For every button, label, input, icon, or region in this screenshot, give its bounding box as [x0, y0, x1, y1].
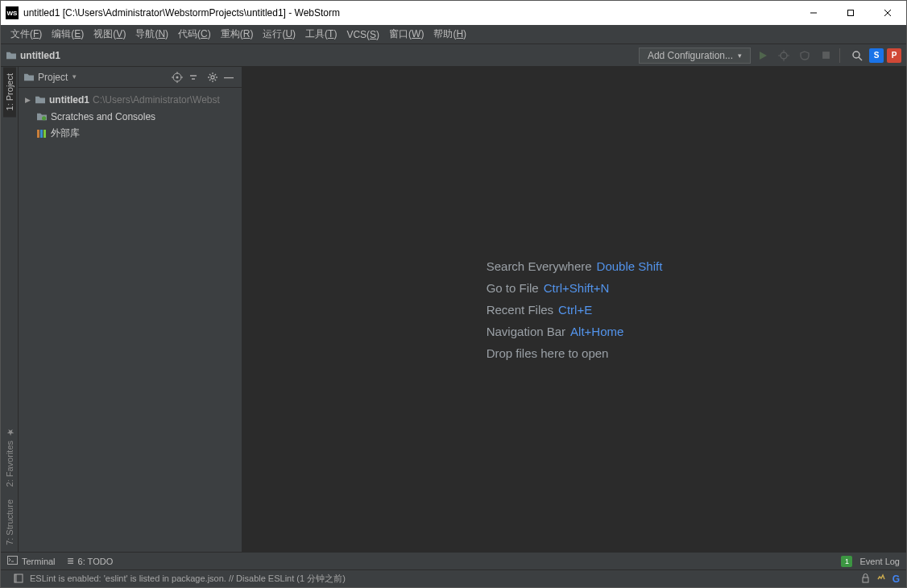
window-title: untitled1 [C:\Users\Administrator\Websto… [23, 7, 795, 19]
hint-search: Search Everywhere [487, 259, 592, 273]
svg-line-28 [209, 79, 211, 81]
stop-button[interactable] [817, 47, 835, 64]
menu-window[interactable]: 窗口(W) [384, 26, 429, 43]
svg-point-29 [42, 116, 46, 120]
menubar: 文件(F) 编辑(E) 视图(V) 导航(N) 代码(C) 重构(R) 运行(U… [1, 25, 906, 44]
tab-project[interactable]: 1: Project [3, 67, 16, 117]
svg-point-13 [176, 76, 179, 78]
notification-badge-icon: 1 [841, 556, 852, 567]
app-window: WS untitled1 [C:\Users\Administrator\Web… [0, 0, 907, 588]
tab-favorites[interactable]: 2: Favorites★ [2, 420, 16, 493]
titlebar: WS untitled1 [C:\Users\Administrator\Web… [1, 1, 906, 25]
lock-icon[interactable] [861, 574, 870, 585]
scratches-icon [35, 111, 48, 122]
webstorm-logo-icon: WS [6, 6, 19, 19]
star-icon: ★ [4, 427, 14, 437]
svg-point-20 [211, 76, 214, 79]
menu-code[interactable]: 代码(C) [173, 26, 216, 43]
close-button[interactable] [869, 1, 906, 25]
svg-rect-1 [848, 10, 854, 16]
google-icon[interactable]: G [893, 574, 900, 585]
svg-rect-30 [37, 130, 39, 138]
hide-button[interactable]: — [221, 69, 237, 85]
svg-rect-31 [40, 130, 43, 138]
shortcut-navbar: Alt+Home [570, 325, 623, 338]
menu-tools[interactable]: 工具(T) [300, 26, 342, 43]
statusbar: ESLint is enabled: 'eslint' is listed in… [1, 569, 906, 587]
project-tree: ▶ untitled1 C:\Users\Administrator\Webst… [19, 88, 242, 552]
maximize-button[interactable] [832, 1, 869, 25]
navbar: untitled1 Add Configuration... ▾ S P [1, 44, 906, 67]
hint-gotofile: Go to File [487, 281, 539, 295]
svg-rect-32 [43, 130, 46, 138]
svg-line-11 [859, 57, 862, 60]
svg-rect-36 [14, 574, 17, 582]
folder-icon [6, 51, 17, 60]
inspections-icon[interactable] [876, 574, 886, 585]
sidebar-title[interactable]: Project [38, 72, 68, 83]
coverage-button[interactable] [796, 47, 814, 64]
plugin-badge-2[interactable]: P [887, 48, 901, 63]
hint-recent: Recent Files [487, 303, 553, 317]
project-sidebar: Project ▼ — ▶ untitled1 C:\Users\Adminis… [19, 67, 242, 552]
expand-icon[interactable]: ▶ [23, 96, 31, 104]
tree-root[interactable]: ▶ untitled1 C:\Users\Administrator\Webst [19, 91, 242, 108]
menu-help[interactable]: 帮助(H) [429, 26, 471, 43]
plugin-badge-1[interactable]: S [869, 48, 884, 63]
chevron-down-icon[interactable]: ▼ [71, 73, 77, 81]
menu-refactor[interactable]: 重构(R) [216, 26, 259, 43]
tree-external-libs[interactable]: 外部库 [19, 125, 242, 142]
tab-todo[interactable]: ≣ 6: TODO [67, 556, 114, 566]
svg-line-25 [209, 74, 211, 76]
add-configuration-button[interactable]: Add Configuration... ▾ [639, 48, 751, 64]
hint-navbar: Navigation Bar [487, 325, 565, 338]
tab-eventlog[interactable]: 1 Event Log [841, 556, 900, 567]
menu-vcs[interactable]: VCS(S) [342, 27, 384, 42]
menu-view[interactable]: 视图(V) [89, 26, 130, 43]
locate-button[interactable] [169, 69, 185, 85]
editor-area[interactable]: Search EverywhereDouble Shift Go to File… [242, 67, 906, 552]
project-icon [23, 72, 35, 82]
terminal-icon [7, 556, 18, 566]
svg-line-26 [215, 79, 217, 81]
shortcut-gotofile: Ctrl+Shift+N [544, 281, 610, 295]
main-body: 1: Project 2: Favorites★ 7: Structure Pr… [1, 67, 906, 552]
left-gutter: 1: Project 2: Favorites★ 7: Structure [1, 67, 19, 552]
add-configuration-label: Add Configuration... [648, 50, 733, 61]
hint-drop: Drop files here to open [487, 346, 609, 360]
search-button[interactable] [848, 47, 866, 64]
status-message[interactable]: ESLint is enabled: 'eslint' is listed in… [30, 573, 346, 585]
folder-icon [34, 94, 47, 106]
todo-icon: ≣ [67, 556, 74, 566]
window-controls [795, 1, 906, 25]
svg-point-4 [781, 52, 787, 59]
sidebar-header: Project ▼ — [19, 67, 242, 88]
shortcut-recent: Ctrl+E [558, 303, 592, 317]
tab-structure[interactable]: 7: Structure [3, 493, 16, 552]
menu-run[interactable]: 运行(U) [258, 26, 300, 43]
svg-rect-37 [863, 578, 868, 582]
svg-rect-33 [8, 557, 18, 565]
breadcrumb-project[interactable]: untitled1 [20, 50, 60, 61]
welcome-hints: Search EverywhereDouble Shift Go to File… [487, 251, 663, 368]
svg-rect-9 [822, 52, 830, 59]
libraries-icon [35, 128, 48, 139]
tab-terminal[interactable]: Terminal [7, 556, 56, 566]
chevron-down-icon: ▾ [738, 52, 742, 60]
gear-button[interactable] [205, 69, 221, 85]
menu-edit[interactable]: 编辑(E) [47, 26, 89, 43]
run-button[interactable] [754, 47, 772, 64]
menu-navigate[interactable]: 导航(N) [130, 26, 173, 43]
svg-point-10 [853, 52, 859, 58]
bottom-toolbar: Terminal ≣ 6: TODO 1 Event Log [1, 552, 906, 569]
debug-button[interactable] [775, 47, 793, 64]
tree-scratches[interactable]: Scratches and Consoles [19, 108, 242, 125]
svg-line-27 [215, 74, 217, 76]
toolwindows-icon[interactable] [14, 574, 23, 585]
shortcut-search: Double Shift [597, 259, 663, 273]
minimize-button[interactable] [795, 1, 832, 25]
menu-file[interactable]: 文件(F) [6, 26, 47, 43]
collapse-all-button[interactable] [185, 69, 201, 85]
